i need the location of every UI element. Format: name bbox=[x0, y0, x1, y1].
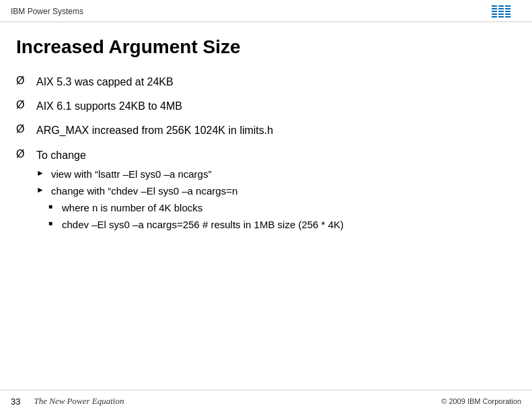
svg-rect-1 bbox=[492, 8, 497, 9]
sub-marker-2: ► bbox=[36, 185, 46, 195]
subsub-text-2: chdev –El sys0 –a ncargs=256 # results i… bbox=[62, 217, 344, 232]
bullet-text-4: To change bbox=[36, 148, 86, 163]
footer-left: 33 The New Power Equation bbox=[11, 396, 124, 407]
bullet-text-2: AIX 6.1 supports 24KB to 4MB bbox=[36, 99, 516, 114]
subsub-list: ■ where n is number of 4K blocks ■ chdev… bbox=[36, 201, 344, 234]
svg-rect-6 bbox=[498, 8, 504, 9]
header-title: IBM Power Systems bbox=[11, 7, 83, 16]
svg-rect-3 bbox=[492, 13, 497, 15]
svg-rect-4 bbox=[492, 16, 497, 18]
sub-marker-1: ► bbox=[36, 168, 46, 178]
list-item: Ø AIX 6.1 supports 24KB to 4MB bbox=[16, 99, 516, 114]
footer-tagline: The New Power Equation bbox=[34, 396, 124, 407]
svg-rect-2 bbox=[492, 11, 497, 12]
sub-text-2: change with “chdev –El sys0 –a ncargs=n bbox=[51, 184, 237, 198]
footer-copyright: © 2009 IBM Corporation bbox=[441, 397, 521, 405]
sub-list: ► view with “lsattr –El sys0 –a ncargs” … bbox=[30, 167, 344, 237]
bullet-marker-4: Ø bbox=[16, 148, 30, 160]
svg-rect-9 bbox=[498, 16, 504, 18]
bullet-marker-3: Ø bbox=[16, 123, 30, 135]
bullet-text-3: ARG_MAX increased from 256K 1024K in lim… bbox=[36, 123, 516, 138]
svg-rect-5 bbox=[498, 5, 504, 7]
bullet-marker-1: Ø bbox=[16, 75, 30, 87]
bullet-text-1: AIX 5.3 was capped at 24KB bbox=[36, 75, 516, 90]
svg-rect-14 bbox=[505, 16, 510, 18]
list-item: Ø AIX 5.3 was capped at 24KB bbox=[16, 75, 516, 90]
svg-rect-7 bbox=[498, 11, 504, 12]
list-item: ► change with “chdev –El sys0 –a ncargs=… bbox=[36, 184, 344, 234]
header: IBM Power Systems bbox=[0, 0, 532, 22]
svg-rect-13 bbox=[505, 13, 510, 15]
svg-rect-10 bbox=[505, 5, 510, 7]
list-item: ► view with “lsattr –El sys0 –a ncargs” bbox=[36, 167, 344, 181]
slide-title: Increased Argument Size bbox=[16, 36, 516, 59]
footer-page-number: 33 bbox=[11, 397, 20, 407]
list-item: Ø ARG_MAX increased from 256K 1024K in l… bbox=[16, 123, 516, 138]
footer: 33 The New Power Equation © 2009 IBM Cor… bbox=[0, 390, 532, 412]
svg-rect-12 bbox=[505, 11, 510, 12]
bullet-marker-2: Ø bbox=[16, 99, 30, 111]
ibm-logo bbox=[492, 5, 521, 18]
svg-rect-0 bbox=[492, 5, 497, 7]
list-item: ■ where n is number of 4K blocks bbox=[48, 201, 344, 215]
slide-content: Increased Argument Size Ø AIX 5.3 was ca… bbox=[0, 22, 532, 260]
svg-rect-8 bbox=[498, 13, 504, 15]
bullet-list: Ø AIX 5.3 was capped at 24KB Ø AIX 6.1 s… bbox=[16, 75, 516, 238]
subsub-marker-1: ■ bbox=[48, 203, 56, 210]
subsub-text-1: where n is number of 4K blocks bbox=[62, 201, 344, 215]
sub-text-1: view with “lsattr –El sys0 –a ncargs” bbox=[51, 167, 344, 181]
svg-rect-11 bbox=[505, 8, 510, 9]
subsub-marker-2: ■ bbox=[48, 219, 56, 227]
list-item: ■ chdev –El sys0 –a ncargs=256 # results… bbox=[48, 217, 344, 232]
list-item: Ø To change ► view with “lsattr –El sys0… bbox=[16, 148, 516, 237]
